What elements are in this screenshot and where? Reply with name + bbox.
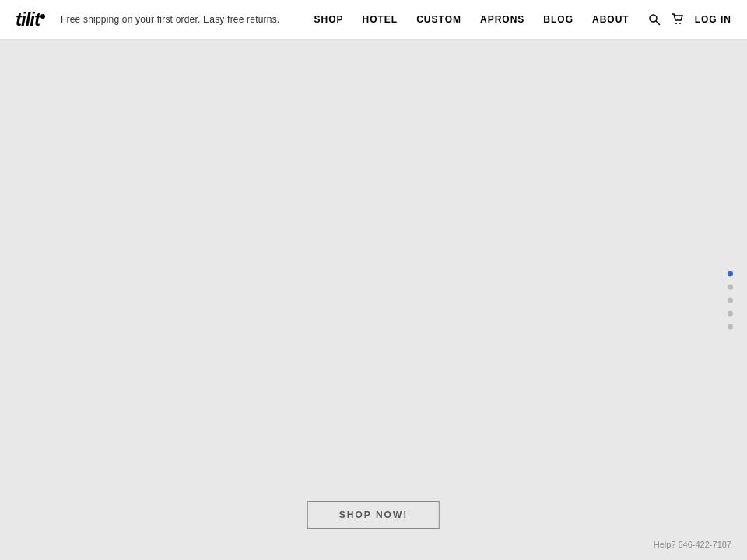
cart-icon[interactable] [672, 13, 684, 26]
nav-item-blog[interactable]: BLOG [543, 14, 573, 25]
main-content: SHOP NOW! Help? 646-422-7187 [0, 40, 747, 560]
site-logo[interactable]: tilit [16, 9, 45, 30]
search-icon[interactable] [648, 13, 661, 26]
help-text: Help? 646-422-7187 [654, 540, 731, 549]
slide-dot-2[interactable] [728, 284, 733, 289]
shop-now-button[interactable]: SHOP NOW! [307, 501, 440, 529]
svg-point-2 [675, 23, 677, 24]
nav-item-about[interactable]: ABOUT [592, 14, 630, 25]
svg-point-3 [679, 23, 681, 24]
svg-point-0 [650, 15, 657, 22]
slide-dot-5[interactable] [728, 324, 733, 329]
main-nav: SHOP HOTEL CUSTOM APRONS BLOG ABOUT LOG … [314, 13, 732, 26]
header-left: tilit Free shipping on your first order.… [16, 9, 279, 30]
nav-item-hotel[interactable]: HOTEL [363, 14, 398, 25]
shop-now-container: SHOP NOW! [307, 501, 440, 529]
nav-item-custom[interactable]: CUSTOM [416, 14, 461, 25]
slide-dot-1[interactable] [728, 271, 733, 276]
header-tagline: Free shipping on your first order. Easy … [61, 14, 279, 25]
logo-dot [40, 14, 45, 19]
login-link[interactable]: LOG IN [695, 14, 731, 25]
slide-dot-3[interactable] [728, 297, 733, 303]
site-header: tilit Free shipping on your first order.… [0, 0, 747, 40]
svg-line-1 [656, 21, 660, 25]
slide-indicators [728, 271, 733, 329]
slide-dot-4[interactable] [728, 310, 733, 316]
nav-item-shop[interactable]: SHOP [314, 14, 344, 25]
nav-icons: LOG IN [648, 13, 731, 26]
nav-item-aprons[interactable]: APRONS [480, 14, 524, 25]
